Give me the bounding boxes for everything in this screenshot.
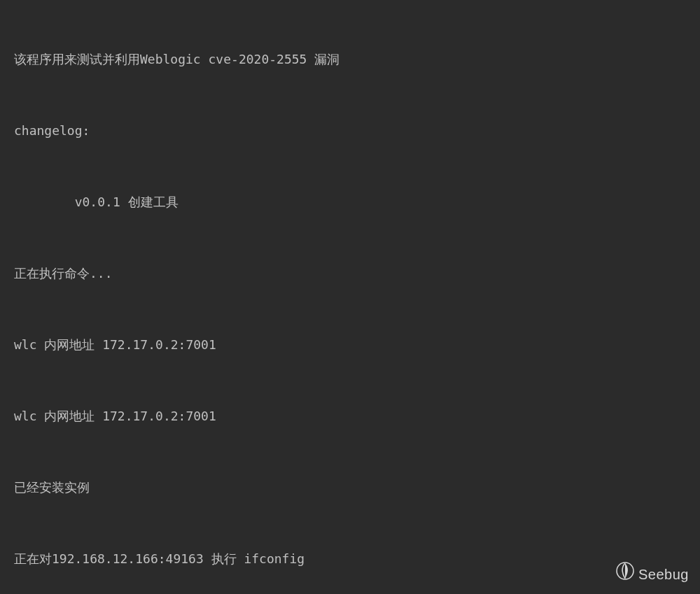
output-line: 正在对192.168.12.166:49163 执行 ifconfig (14, 547, 686, 571)
seebug-label: Seebug (638, 563, 689, 586)
output-line: v0.0.1 创建工具 (14, 190, 686, 214)
output-line: 已经安装实例 (14, 476, 686, 500)
seebug-watermark: Seebug (616, 562, 689, 587)
output-line: 正在执行命令... (14, 262, 686, 285)
output-line: wlc 内网地址 172.17.0.2:7001 (14, 404, 686, 428)
output-line: 该程序用来测试并利用Weblogic cve-2020-2555 漏洞 (14, 48, 686, 71)
output-line: changelog: (14, 119, 686, 143)
seebug-icon (616, 562, 634, 587)
terminal-output: 该程序用来测试并利用Weblogic cve-2020-2555 漏洞 chan… (14, 0, 686, 594)
output-line: wlc 内网地址 172.17.0.2:7001 (14, 333, 686, 357)
